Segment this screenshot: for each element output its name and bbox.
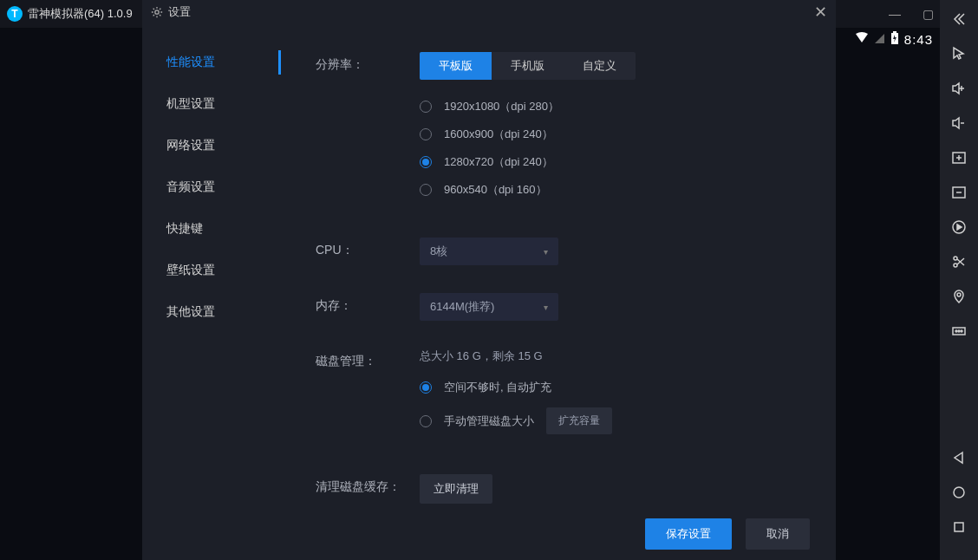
settings-dialog: 设置 ✕ 性能设置 机型设置 网络设置 音频设置 快捷键 壁纸设置 其他设置 分… [142, 0, 836, 560]
maximize-button[interactable]: ▢ [917, 7, 938, 21]
disk-option-manual[interactable]: 手动管理磁盘大小 扩充容量 [420, 407, 801, 434]
memory-select[interactable]: 6144M(推荐) ▾ [420, 293, 558, 321]
sidebar-item-performance[interactable]: 性能设置 [142, 42, 281, 83]
tab-custom[interactable]: 自定义 [564, 52, 636, 80]
cancel-button[interactable]: 取消 [746, 518, 810, 550]
app-title: 雷神模拟器(64) 1.0.9 [28, 6, 133, 22]
memory-label: 内存： [316, 293, 420, 314]
tab-tablet[interactable]: 平板版 [420, 52, 492, 80]
radio-label: 1280x720（dpi 240） [444, 154, 553, 170]
disk-info-text: 总大小 16 G，剩余 15 G [420, 348, 801, 364]
svg-point-7 [954, 264, 957, 267]
svg-point-11 [958, 330, 960, 332]
battery-icon [890, 31, 899, 47]
resolution-mode-tabs: 平板版 手机版 自定义 [420, 52, 636, 80]
radio-label: 960x540（dpi 160） [444, 182, 547, 198]
resolution-option-1080[interactable]: 1920x1080（dpi 280） [420, 99, 801, 114]
nav-back-icon[interactable] [949, 446, 969, 470]
resolution-option-900[interactable]: 1600x900（dpi 240） [420, 127, 801, 142]
dialog-close-button[interactable]: ✕ [814, 3, 827, 22]
svg-point-8 [957, 293, 961, 296]
radio-label: 空间不够时, 自动扩充 [444, 380, 551, 395]
dialog-titlebar: 设置 ✕ [142, 0, 836, 24]
minimize-button[interactable]: — [884, 7, 905, 21]
resolution-option-540[interactable]: 960x540（dpi 160） [420, 182, 801, 198]
disk-option-auto[interactable]: 空间不够时, 自动扩充 [420, 380, 801, 395]
cache-label: 清理磁盘缓存： [316, 474, 420, 495]
android-status-bar: 8:43 [855, 28, 940, 50]
tab-phone[interactable]: 手机版 [492, 52, 564, 80]
svg-point-15 [155, 10, 159, 14]
gear-icon [151, 6, 163, 18]
nav-recents-icon[interactable] [949, 515, 969, 539]
nav-home-icon[interactable] [949, 480, 969, 505]
dialog-footer: 保存设置 取消 [142, 508, 836, 560]
radio-label: 1600x900（dpi 240） [444, 127, 553, 142]
sidebar-item-device[interactable]: 机型设置 [142, 83, 281, 125]
save-button[interactable]: 保存设置 [645, 518, 732, 550]
radio-label: 手动管理磁盘大小 [444, 413, 534, 429]
resolution-option-720[interactable]: 1280x720（dpi 240） [420, 154, 801, 170]
svg-rect-14 [955, 523, 963, 531]
memory-select-value: 6144M(推荐) [430, 299, 494, 315]
sidebar-item-other[interactable]: 其他设置 [142, 291, 281, 333]
radio-icon [420, 128, 432, 140]
tool-rail [940, 0, 978, 560]
radio-icon [420, 381, 432, 394]
wifi-icon [855, 32, 869, 47]
settings-sidebar: 性能设置 机型设置 网络设置 音频设置 快捷键 壁纸设置 其他设置 [142, 24, 281, 508]
sidebar-item-wallpaper[interactable]: 壁纸设置 [142, 250, 281, 291]
svg-point-6 [954, 257, 957, 260]
fullscreen-exit-icon[interactable] [949, 180, 969, 205]
pointer-icon[interactable] [949, 42, 969, 66]
cpu-label: CPU： [316, 238, 420, 258]
volume-down-icon[interactable] [949, 111, 969, 135]
chevron-down-icon: ▾ [544, 247, 548, 257]
resolution-label: 分辨率： [316, 52, 420, 73]
svg-marker-2 [954, 48, 963, 59]
svg-point-13 [954, 487, 964, 498]
radio-icon [420, 415, 432, 427]
radio-label: 1920x1080（dpi 280） [444, 99, 559, 114]
cpu-select[interactable]: 8核 ▾ [420, 238, 558, 265]
play-circle-icon[interactable] [949, 215, 969, 239]
app-logo-icon: T [7, 6, 23, 22]
dialog-title: 设置 [168, 4, 191, 20]
svg-point-10 [955, 330, 957, 332]
svg-rect-0 [893, 31, 896, 33]
more-icon[interactable] [949, 319, 969, 343]
volume-up-icon[interactable] [949, 76, 969, 101]
scissors-icon[interactable] [949, 250, 969, 274]
collapse-rail-icon[interactable] [949, 7, 969, 31]
clock-text: 8:43 [904, 32, 933, 47]
radio-icon [420, 184, 432, 196]
expand-capacity-button[interactable]: 扩充容量 [546, 407, 612, 434]
svg-point-12 [961, 330, 962, 332]
sidebar-item-audio[interactable]: 音频设置 [142, 166, 281, 208]
clean-cache-button[interactable]: 立即清理 [420, 474, 492, 504]
settings-content: 分辨率： 平板版 手机版 自定义 1920x1080（dpi 280） [281, 24, 836, 508]
radio-icon [420, 156, 432, 168]
radio-icon [420, 101, 432, 113]
chevron-down-icon: ▾ [544, 303, 548, 312]
cpu-select-value: 8核 [430, 244, 447, 259]
sidebar-item-shortcuts[interactable]: 快捷键 [142, 208, 281, 250]
location-icon[interactable] [949, 284, 969, 309]
signal-icon [874, 32, 885, 47]
fullscreen-add-icon[interactable] [949, 146, 969, 170]
disk-label: 磁盘管理： [316, 348, 420, 369]
sidebar-item-network[interactable]: 网络设置 [142, 125, 281, 166]
